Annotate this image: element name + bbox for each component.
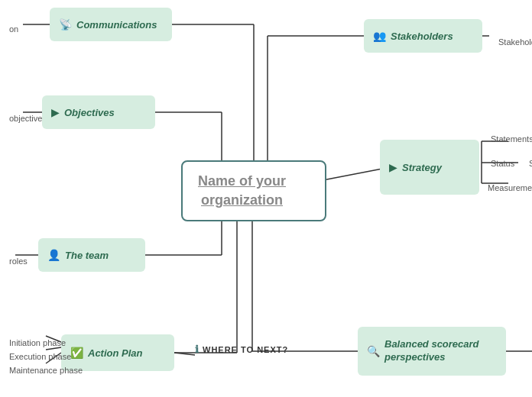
communications-label: Communications [76, 19, 157, 31]
balanced-icon: 🔍 [367, 345, 380, 357]
stakeholders-label: Stakeholders [391, 31, 453, 42]
statements-label: Statements [482, 130, 532, 148]
strategy-icon: ▶ [389, 161, 397, 173]
svg-line-13 [174, 353, 195, 355]
mindmap-canvas: Name of your organization 📡 Communicatio… [0, 0, 532, 397]
center-node[interactable]: Name of your organization [181, 160, 326, 221]
action-plan-label: Action Plan [88, 347, 143, 359]
stakeholders-icon: 👥 [373, 30, 386, 42]
objective-left-label: objective [0, 109, 51, 127]
stakeholder-right-label: Stakeholder... [489, 33, 532, 51]
strategy-node[interactable]: ▶ Strategy [380, 140, 479, 195]
balanced-scorecard-node[interactable]: 🔍 Balanced scorecard perspectives [358, 327, 506, 376]
objectives-node[interactable]: ▶ Objectives [42, 95, 155, 129]
where-next-node[interactable]: ℹ WHERE TO NEXT? [195, 344, 288, 355]
stakeholders-node[interactable]: 👥 Stakeholders [364, 19, 482, 53]
communications-icon: 📡 [59, 18, 72, 31]
strategy-label: Strategy [402, 162, 442, 173]
objectives-label: Objectives [64, 107, 115, 118]
where-next-label: WHERE TO NEXT? [203, 345, 288, 354]
comm-left-label: on [0, 20, 28, 38]
roles-label: roles [0, 252, 37, 270]
team-label: The team [65, 250, 109, 261]
center-label: Name of your organization [198, 172, 286, 210]
measurements-label: Measurements [478, 179, 532, 197]
where-next-icon: ℹ [195, 344, 200, 355]
team-icon: 👤 [47, 249, 60, 261]
team-node[interactable]: 👤 The team [38, 238, 145, 272]
balanced-label: Balanced scorecard perspectives [384, 338, 479, 364]
objectives-icon: ▶ [51, 106, 60, 118]
communications-node[interactable]: 📡 Communications [50, 8, 172, 41]
status-label: Status [482, 154, 524, 173]
maintenance-label: Maintenance phase [0, 361, 92, 379]
status-right-label: Stra... [520, 154, 532, 173]
